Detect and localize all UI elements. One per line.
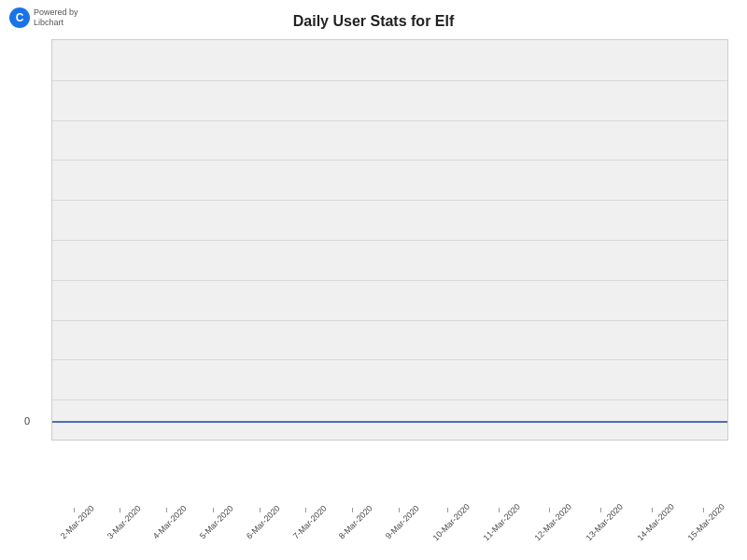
y-axis-zero: 0 <box>24 415 30 427</box>
powered-by-text: Powered byLibchart <box>34 7 78 28</box>
x-axis-label: 11-Mar-2020 <box>482 502 523 543</box>
x-axis-label: 13-Mar-2020 <box>584 502 625 543</box>
x-label-wrapper: 9-Mar-2020 <box>377 508 421 528</box>
logo-letter: C <box>16 11 24 24</box>
x-label-wrapper: 8-Mar-2020 <box>331 508 374 528</box>
grid-line-2 <box>52 120 727 121</box>
x-axis-label: 6-Mar-2020 <box>245 504 282 541</box>
x-tick <box>549 508 550 512</box>
x-axis-label: 9-Mar-2020 <box>384 504 421 541</box>
x-axis-label: 8-Mar-2020 <box>337 504 374 541</box>
x-tick <box>352 508 353 512</box>
x-label-wrapper: 4-Mar-2020 <box>145 508 189 528</box>
data-series-line <box>52 421 727 423</box>
x-tick <box>166 508 167 512</box>
x-label-wrapper: 7-Mar-2020 <box>285 508 329 528</box>
x-tick <box>74 508 75 512</box>
x-tick <box>399 508 400 512</box>
grid-line-7 <box>52 320 727 321</box>
x-label-wrapper: 14-Mar-2020 <box>628 508 677 528</box>
x-tick <box>260 508 261 512</box>
x-tick <box>600 508 601 512</box>
x-label-wrapper: 12-Mar-2020 <box>526 508 574 528</box>
x-axis-label: 5-Mar-2020 <box>198 504 235 541</box>
x-tick <box>499 508 500 512</box>
grid-line-5 <box>52 240 727 241</box>
grid-line-3 <box>52 160 727 161</box>
x-axis-label: 4-Mar-2020 <box>151 504 189 541</box>
grid-line-4 <box>52 200 727 201</box>
grid-line-9 <box>52 399 727 400</box>
x-label-wrapper: 15-Mar-2020 <box>679 508 727 528</box>
x-axis-label: 15-Mar-2020 <box>686 502 727 543</box>
grid-lines <box>52 40 727 440</box>
grid-line-6 <box>52 280 727 281</box>
grid-line-1 <box>52 80 727 81</box>
x-label-wrapper: 3-Mar-2020 <box>99 508 143 528</box>
x-label-wrapper: 5-Mar-2020 <box>191 508 235 528</box>
x-tick <box>703 508 704 512</box>
chart-title: Daily User Stats for Elf <box>9 9 738 30</box>
grid-line-8 <box>52 359 727 360</box>
x-tick <box>120 508 120 512</box>
x-tick <box>447 508 448 512</box>
x-tick <box>213 508 214 512</box>
x-label-wrapper: 6-Mar-2020 <box>238 508 282 528</box>
chart-plot-area: 0 2-Mar-20203-Mar-20204-Mar-20205-Mar-20… <box>51 39 728 441</box>
x-tick <box>305 508 306 512</box>
x-axis-label: 3-Mar-2020 <box>106 504 143 541</box>
x-tick <box>652 508 653 512</box>
x-axis: 2-Mar-20203-Mar-20204-Mar-20205-Mar-2020… <box>52 508 727 528</box>
x-axis-label: 2-Mar-2020 <box>59 504 96 541</box>
libchart-logo: C <box>9 7 30 28</box>
x-axis-label: 10-Mar-2020 <box>430 502 472 543</box>
x-axis-label: 12-Mar-2020 <box>533 502 574 543</box>
powered-by-badge: C Powered byLibchart <box>9 7 78 28</box>
x-label-wrapper: 10-Mar-2020 <box>424 508 472 528</box>
x-label-wrapper: 13-Mar-2020 <box>577 508 626 528</box>
x-label-wrapper: 2-Mar-2020 <box>52 508 96 528</box>
x-label-wrapper: 11-Mar-2020 <box>474 508 523 528</box>
x-axis-label: 14-Mar-2020 <box>635 502 676 543</box>
chart-wrapper: C Powered byLibchart Daily User Stats fo… <box>0 0 747 560</box>
x-axis-label: 7-Mar-2020 <box>290 504 328 541</box>
